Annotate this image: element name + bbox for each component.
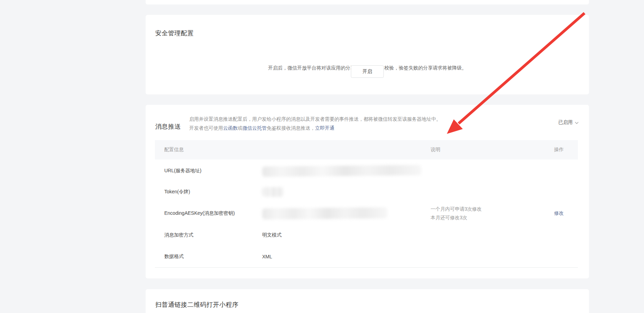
security-card-title: 安全管理配置 xyxy=(155,29,194,38)
encryption-mode-value: 明文模式 xyxy=(262,232,282,238)
aeskey-value-redacted xyxy=(262,207,387,219)
data-format-value: XML xyxy=(262,254,272,259)
qr-link-card: 扫普通链接二维码打开小程序 xyxy=(146,289,589,313)
enable-button[interactable]: 开启 xyxy=(351,65,384,78)
column-header-action: 操作 xyxy=(554,140,564,159)
encoding-aeskey-label: EncodingAESKey(消息加密密钥) xyxy=(164,210,235,217)
desc2-prefix: 开发者也可使用 xyxy=(189,125,223,131)
table-bottom-divider xyxy=(155,267,578,268)
data-format-label: 数据格式 xyxy=(164,254,184,260)
column-header-config: 配置信息 xyxy=(164,140,184,159)
settings-page: 安全管理配置 开启后，微信开放平台将对该应用的分享请求进行签名校验，验签失败的分… xyxy=(0,0,644,313)
aeskey-note-line2: 本月还可修改3次 xyxy=(431,213,482,222)
modify-link[interactable]: 修改 xyxy=(554,210,564,217)
table-row-url: URL(服务器地址) xyxy=(155,160,578,182)
encryption-mode-label: 消息加密方式 xyxy=(164,232,193,238)
table-row-token: Token(令牌) xyxy=(155,181,578,203)
cloud-function-link[interactable]: 云函数 xyxy=(223,125,238,131)
column-header-note: 说明 xyxy=(431,140,440,159)
table-row-encryption-mode: 消息加密方式 明文模式 xyxy=(155,224,578,246)
previous-card-remnant xyxy=(146,0,589,4)
chevron-down-icon xyxy=(575,120,579,125)
url-label: URL(服务器地址) xyxy=(164,168,201,174)
security-config-card: 安全管理配置 开启后，微信开放平台将对该应用的分享请求进行签名校验，验签失败的分… xyxy=(146,15,589,94)
message-push-card: 消息推送 启用并设置消息推送配置后，用户发给小程序的消息以及开发者需要的事件推送… xyxy=(146,105,589,278)
table-row-data-format: 数据格式 XML xyxy=(155,246,578,267)
desc2-or: 或 xyxy=(238,125,242,131)
activate-now-link[interactable]: 立即开通 xyxy=(315,125,334,131)
aeskey-note: 一个月内可申请3次修改 本月还可修改3次 xyxy=(431,205,482,222)
message-push-title: 消息推送 xyxy=(155,122,181,131)
table-row-encoding-aeskey: EncodingAESKey(消息加密密钥) 一个月内可申请3次修改 本月还可修… xyxy=(155,203,578,224)
push-description-line1: 启用并设置消息推送配置后，用户发给小程序的消息以及开发者需要的事件推送，都将被微… xyxy=(189,114,441,123)
cloud-hosting-link[interactable]: 微信云托管 xyxy=(242,125,267,131)
token-value-redacted xyxy=(262,187,284,197)
url-value-redacted xyxy=(262,165,421,177)
status-label: 已启用 xyxy=(558,119,573,126)
token-label: Token(令牌) xyxy=(164,189,190,195)
status-dropdown[interactable]: 已启用 xyxy=(558,119,579,126)
aeskey-note-line1: 一个月内可申请3次修改 xyxy=(431,205,482,213)
push-description-line2: 开发者也可使用云函数或微信云托管免鉴权接收消息推送，立即开通 xyxy=(189,123,441,132)
desc2-suffix: 免鉴权接收消息推送， xyxy=(267,125,315,131)
qr-card-title: 扫普通链接二维码打开小程序 xyxy=(155,300,239,309)
table-header-row: 配置信息 说明 操作 xyxy=(155,140,578,159)
message-push-description: 启用并设置消息推送配置后，用户发给小程序的消息以及开发者需要的事件推送，都将被微… xyxy=(189,114,441,132)
enable-button-label: 开启 xyxy=(362,68,372,75)
